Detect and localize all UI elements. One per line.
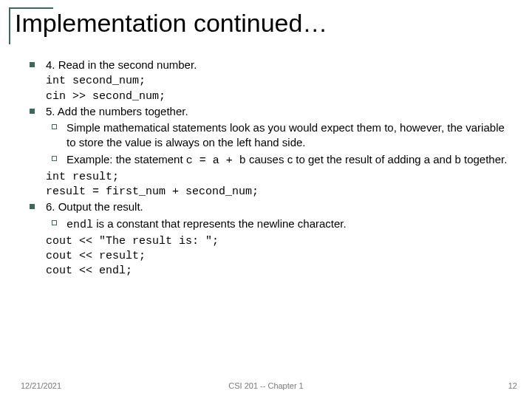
hollow-square-bullet-icon	[52, 156, 57, 161]
footer-center: CSI 201 -- Chapter 1	[0, 381, 532, 390]
code-line: result = first_num + second_num;	[46, 185, 514, 200]
code-block: int result; result = first_num + second_…	[21, 170, 514, 200]
sub-text-post: is a constant that represents the newlin…	[93, 217, 347, 230]
code-line: cout << result;	[46, 249, 514, 264]
sub-text: Simple mathematical statements look as y…	[66, 121, 505, 149]
sub-text-pre: Example: the statement	[66, 153, 186, 166]
sub-item: endl is a constant that represents the n…	[21, 216, 514, 233]
inline-code: endl	[66, 219, 93, 231]
code-line: cout << "The result is: ";	[46, 234, 514, 249]
hollow-square-bullet-icon	[52, 124, 57, 129]
code-line: cin >> second_num;	[46, 89, 514, 104]
slide: Implementation continued… 4. Read in the…	[0, 0, 532, 399]
square-bullet-icon	[30, 109, 35, 114]
footer-page-number: 12	[508, 381, 517, 390]
code-block: cout << "The result is: "; cout << resul…	[21, 234, 514, 279]
code-line: int result;	[46, 170, 514, 185]
code-line: cout << endl;	[46, 264, 514, 279]
code-line: int second_num;	[46, 74, 514, 89]
sub-item: Example: the statement c = a + b causes …	[21, 152, 514, 168]
item-heading: 6. Output the result.	[46, 200, 143, 213]
sub-item: Simple mathematical statements look as y…	[21, 120, 514, 151]
list-item: 6. Output the result.	[21, 200, 514, 214]
list-item: 4. Read in the second number.	[21, 58, 514, 72]
item-heading: 5. Add the numbers together.	[46, 105, 188, 117]
hollow-square-bullet-icon	[52, 220, 57, 225]
item-heading: 4. Read in the second number.	[46, 58, 197, 71]
slide-footer: 12/21/2021 CSI 201 -- Chapter 1 12	[0, 375, 532, 390]
sub-text-post: causes c to get the result of adding a a…	[246, 153, 508, 166]
square-bullet-icon	[30, 62, 35, 67]
code-block: int second_num; cin >> second_num;	[21, 74, 514, 104]
slide-title: Implementation continued…	[15, 9, 327, 38]
inline-code: c = a + b	[186, 154, 246, 167]
square-bullet-icon	[30, 204, 35, 209]
slide-body: 4. Read in the second number. int second…	[21, 58, 514, 279]
list-item: 5. Add the numbers together.	[21, 104, 514, 119]
